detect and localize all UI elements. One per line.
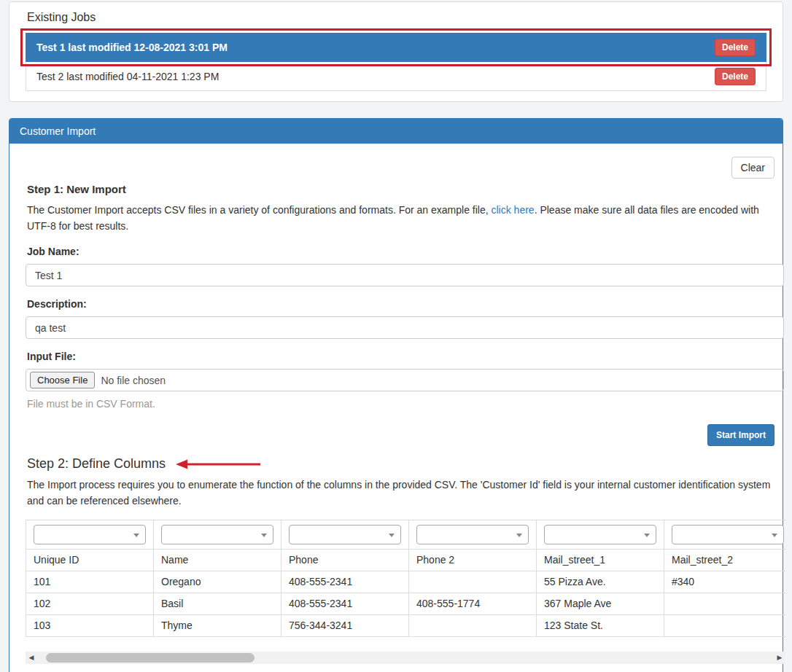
table-cell: #340 <box>664 571 786 593</box>
job-row-test2[interactable]: Test 2 last modified 04-11-2021 1:23 PM … <box>26 62 766 91</box>
table-cell <box>664 593 786 614</box>
step1-title: Step 1: New Import <box>27 183 774 195</box>
table-cell: Basil <box>154 593 282 614</box>
job-row-test1[interactable]: Test 1 last modified 12-08-2021 3:01 PM … <box>26 33 766 62</box>
start-import-button[interactable]: Start Import <box>707 424 774 446</box>
description-input[interactable] <box>26 316 784 339</box>
customer-import-header: Customer Import <box>9 119 783 144</box>
table-cell: 123 State St. <box>537 614 664 636</box>
table-row: 103 Thyme 756-344-3241 123 State St. <box>26 614 786 636</box>
column-select[interactable] <box>34 525 146 544</box>
table-cell: 408-555-2341 <box>282 571 409 593</box>
horizontal-scrollbar[interactable]: ◀ ▶ <box>26 652 785 664</box>
column-select[interactable] <box>544 525 656 544</box>
example-file-link[interactable]: click here <box>492 204 535 216</box>
table-cell: Thyme <box>154 614 282 636</box>
customer-import-panel: Customer Import Clear Step 1: New Import… <box>9 118 783 672</box>
file-input[interactable]: Choose File No file chosen <box>26 369 784 391</box>
no-file-chosen-text: No file chosen <box>101 375 166 386</box>
clear-button[interactable]: Clear <box>731 157 774 179</box>
csv-preview-table-wrap: Unique ID Name Phone Phone 2 Mail_street… <box>26 520 785 637</box>
table-cell: 408-555-2341 <box>282 593 409 614</box>
table-header-row: Unique ID Name Phone Phone 2 Mail_street… <box>26 549 786 571</box>
table-row: 102 Basil 408-555-2341 408-555-1774 367 … <box>26 593 786 614</box>
chevron-down-icon <box>772 534 777 537</box>
delete-job-button[interactable]: Delete <box>715 39 756 56</box>
table-cell: Oregano <box>154 571 282 593</box>
existing-jobs-title: Existing Jobs <box>27 11 775 24</box>
chevron-down-icon <box>644 534 650 537</box>
column-select[interactable] <box>289 525 401 544</box>
column-select[interactable] <box>672 525 784 544</box>
chevron-down-icon <box>261 534 267 537</box>
column-header: Unique ID <box>26 549 154 571</box>
step2-description: The Import process requires you to enume… <box>27 477 774 509</box>
column-select[interactable] <box>161 525 273 544</box>
table-cell: 408-555-1774 <box>409 593 537 614</box>
file-format-hint: File must be in CSV Format. <box>27 398 774 410</box>
table-cell <box>409 614 537 636</box>
annotation-arrow <box>174 458 263 470</box>
table-cell: 756-344-3241 <box>282 614 409 636</box>
column-header: Phone <box>282 549 409 571</box>
job-name-input[interactable] <box>26 264 784 286</box>
table-row: 101 Oregano 408-555-2341 55 Pizza Ave. #… <box>26 571 786 593</box>
page: Existing Jobs Test 1 last modified 12-08… <box>0 0 792 672</box>
table-cell: 102 <box>26 593 154 614</box>
job-name-label: Job Name: <box>27 246 774 257</box>
scroll-right-arrow-icon[interactable]: ▶ <box>774 652 785 664</box>
table-cell <box>664 614 786 636</box>
table-cell: 55 Pizza Ave. <box>537 571 664 593</box>
choose-file-button[interactable]: Choose File <box>30 372 95 388</box>
scroll-thumb[interactable] <box>46 653 255 663</box>
column-header: Name <box>154 549 282 571</box>
chevron-down-icon <box>389 534 395 537</box>
table-cell <box>409 571 537 593</box>
scroll-track[interactable] <box>37 652 774 664</box>
customer-import-body: Clear Step 1: New Import The Customer Im… <box>9 144 783 672</box>
step2-title: Step 2: Define Columns <box>27 456 166 472</box>
table-cell: 367 Maple Ave <box>537 593 664 614</box>
table-cell: 101 <box>26 571 154 593</box>
column-select[interactable] <box>416 525 529 544</box>
input-file-label: Input File: <box>27 351 774 362</box>
jobs-list: Test 1 last modified 12-08-2021 3:01 PM … <box>26 33 766 91</box>
delete-job-button[interactable]: Delete <box>715 68 756 85</box>
column-header: Mail_street_2 <box>664 549 786 571</box>
step1-desc-before: The Customer Import accepts CSV files in… <box>27 204 492 216</box>
description-label: Description: <box>27 298 774 310</box>
column-header: Mail_street_1 <box>537 549 664 571</box>
table-cell: 103 <box>26 614 154 636</box>
column-header: Phone 2 <box>409 549 537 571</box>
csv-preview-table: Unique ID Name Phone Phone 2 Mail_street… <box>26 520 785 637</box>
chevron-down-icon <box>133 534 139 537</box>
job-label: Test 1 last modified 12-08-2021 3:01 PM <box>36 42 228 53</box>
scroll-left-arrow-icon[interactable]: ◀ <box>26 652 37 664</box>
step1-description: The Customer Import accepts CSV files in… <box>27 203 774 234</box>
column-select-row <box>26 520 786 549</box>
chevron-down-icon <box>516 534 522 537</box>
job-label: Test 2 last modified 04-11-2021 1:23 PM <box>36 71 219 82</box>
existing-jobs-panel: Existing Jobs Test 1 last modified 12-08… <box>9 1 783 102</box>
